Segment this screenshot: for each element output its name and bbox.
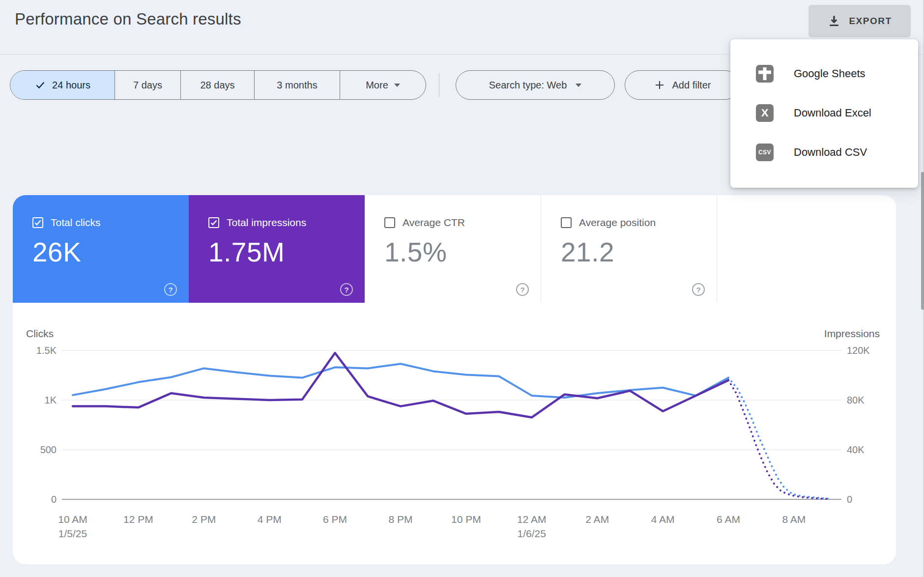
metric-value: 1.5% <box>384 236 541 268</box>
metric-card-total-impressions[interactable]: Total impressions1.75M? <box>189 195 365 303</box>
right-axis-tick: 40K <box>847 444 865 455</box>
search-type-chip[interactable]: Search type: Web <box>456 70 615 100</box>
unchecked-checkbox[interactable] <box>384 217 395 228</box>
checked-checkbox[interactable] <box>32 217 43 228</box>
x-axis-tick: 8 AM <box>782 514 806 525</box>
metric-label: Total impressions <box>227 217 306 229</box>
metric-label: Average CTR <box>403 217 465 229</box>
metric-card-total-clicks[interactable]: Total clicks26K? <box>13 195 189 303</box>
google-sheets-icon <box>756 65 774 83</box>
scrollbar-thumb[interactable] <box>921 172 924 310</box>
impressions-projection-dotted <box>728 380 827 499</box>
help-icon[interactable]: ? <box>164 283 177 296</box>
clicks-projection-dotted <box>728 378 831 499</box>
check-icon <box>210 219 218 227</box>
help-icon[interactable]: ? <box>516 283 529 296</box>
date-range-label: 24 hours <box>52 80 90 91</box>
x-axis-tick: 8 PM <box>388 514 412 525</box>
x-axis-tick: 10 AM <box>58 514 87 525</box>
add-filter-label: Add filter <box>672 80 711 91</box>
date-range-label: 7 days <box>133 80 162 91</box>
metric-value: 1.75M <box>208 236 365 268</box>
filter-separator <box>439 73 439 97</box>
metric-label: Total clicks <box>51 217 101 229</box>
date-range-chip-24-hours[interactable]: 24 hours <box>10 71 115 99</box>
left-axis-tick: 0 <box>51 494 57 505</box>
left-axis-title: Clicks <box>26 328 54 339</box>
check-icon <box>34 219 42 227</box>
x-axis-tick: 2 AM <box>585 514 609 525</box>
export-button-label: EXPORT <box>849 16 892 27</box>
left-axis-tick: 500 <box>40 444 57 455</box>
export-menu-item-label: Google Sheets <box>794 67 866 80</box>
right-axis-tick: 80K <box>847 395 865 405</box>
metric-value: 21.2 <box>561 236 717 268</box>
x-axis-tick: 4 PM <box>258 514 282 525</box>
x-axis-tick: 12 AM <box>517 514 547 525</box>
unchecked-checkbox[interactable] <box>561 217 572 228</box>
x-axis-tick: 6 PM <box>323 514 347 525</box>
report-panel: Total clicks26K?Total impressions1.75M?A… <box>13 195 896 564</box>
export-menu-item-label: Download Excel <box>794 107 871 119</box>
chevron-down-icon <box>394 84 400 87</box>
right-axis-title: Impressions <box>824 328 880 339</box>
help-icon[interactable]: ? <box>692 283 705 296</box>
line-chart-svg: 05001K1.5KClicks040K80K120KImpressions10… <box>13 303 896 564</box>
metric-value: 26K <box>32 236 189 268</box>
x-axis-tick: 6 AM <box>717 514 740 525</box>
metric-card-average-ctr[interactable]: Average CTR1.5%? <box>365 195 541 303</box>
export-menu-item-label: Download CSV <box>794 146 867 159</box>
date-range-chip-more[interactable]: More <box>340 71 426 99</box>
help-icon[interactable]: ? <box>340 283 353 296</box>
export-menu-item-csv[interactable]: CSVDownload CSV <box>730 133 918 172</box>
metric-cards: Total clicks26K?Total impressions1.75M?A… <box>13 195 717 303</box>
checked-checkbox[interactable] <box>208 217 219 228</box>
excel-icon: X <box>756 104 774 122</box>
download-icon <box>827 14 841 28</box>
right-axis-tick: 0 <box>847 494 852 505</box>
export-menu-item-google-sheets[interactable]: Google Sheets <box>730 54 918 93</box>
x-axis-tick: 12 PM <box>123 514 153 525</box>
date-range-chip-7-days[interactable]: 7 days <box>115 71 180 99</box>
date-range-chip-28-days[interactable]: 28 days <box>180 71 254 99</box>
right-axis-tick: 120K <box>847 345 870 356</box>
metric-card-average-position[interactable]: Average position21.2? <box>541 195 717 303</box>
filter-bar: 24 hours7 days28 days3 monthsMore Search… <box>10 70 740 100</box>
export-menu-item-excel[interactable]: XDownload Excel <box>730 93 918 133</box>
more-label: More <box>366 80 388 91</box>
page-title: Performance on Search results <box>15 10 241 29</box>
x-axis-tick: 2 PM <box>192 514 216 525</box>
performance-chart: 05001K1.5KClicks040K80K120KImpressions10… <box>13 303 896 564</box>
search-type-label: Search type: Web <box>489 80 567 91</box>
add-filter-chip[interactable]: Add filter <box>625 70 740 100</box>
impressions-line <box>73 353 728 417</box>
metric-label: Average position <box>579 217 656 229</box>
date-range-label: 28 days <box>200 80 234 91</box>
plus-icon <box>654 79 665 91</box>
check-icon <box>34 79 46 91</box>
x-axis-tick: 4 AM <box>651 514 675 525</box>
left-axis-tick: 1.5K <box>36 345 57 356</box>
left-axis-tick: 1K <box>45 395 57 405</box>
date-range-chip-3-months[interactable]: 3 months <box>254 71 340 99</box>
export-button[interactable]: EXPORT <box>808 5 911 37</box>
x-axis-tick: 10 PM <box>451 514 481 525</box>
date-range-label: 3 months <box>277 80 317 91</box>
x-axis-date-label: 1/6/25 <box>518 528 546 539</box>
x-axis-date-label: 1/5/25 <box>58 528 87 539</box>
export-dropdown-menu: Google SheetsXDownload ExcelCSVDownload … <box>730 39 918 188</box>
chevron-down-icon <box>576 84 581 87</box>
csv-icon: CSV <box>756 144 774 161</box>
date-range-group: 24 hours7 days28 days3 monthsMore <box>10 70 426 100</box>
